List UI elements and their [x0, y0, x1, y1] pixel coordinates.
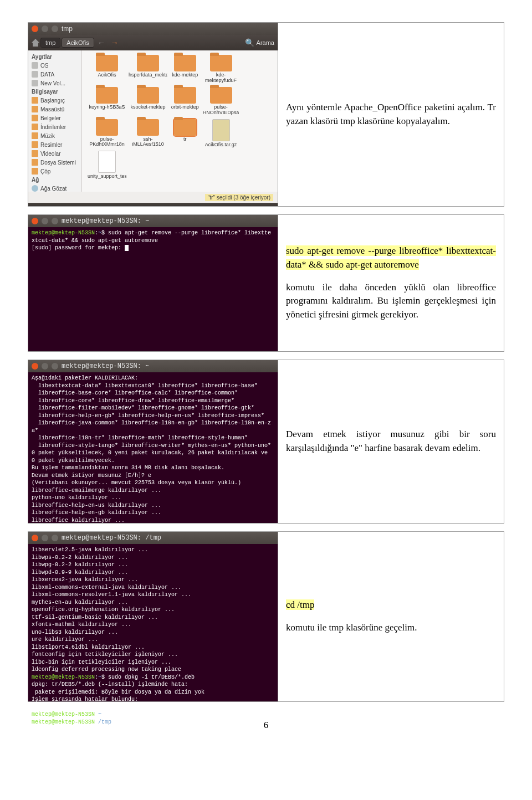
drive-icon: [32, 80, 38, 86]
sidebar-item-label: Ağa Gözat: [40, 186, 66, 192]
maximize-icon[interactable]: [52, 535, 58, 541]
row4-text: komutu ile tmp klasörüne geçelim.: [286, 621, 496, 635]
sidebar-item[interactable]: İndirilenler: [28, 122, 81, 131]
fm-item-label: pulse-PKdhtXMmr18n: [88, 137, 126, 148]
fm-item[interactable]: keyring-hSB3aS: [88, 87, 126, 116]
sidebar-item-label: Masaüstü: [40, 106, 64, 112]
folder-icon: [32, 168, 38, 175]
path-chip-acikofis[interactable]: AcikOfis: [62, 38, 94, 48]
fm-item[interactable]: ksocket-mektep: [129, 87, 167, 116]
section-1: tmp tmp AcikOfis ← → 🔍 Arama Aygıtlar OS…: [28, 22, 504, 207]
row4-command: cd /tmp: [286, 599, 314, 610]
fm-statusbar: "tr" seçildi (3 öğe içeriyor): [28, 192, 278, 203]
search-label: Arama: [257, 39, 274, 46]
sidebar-item-label: İndirilenler: [40, 124, 66, 130]
search-icon[interactable]: 🔍: [245, 38, 254, 47]
sidebar-item[interactable]: Başlangıç: [28, 96, 81, 105]
fm-item[interactable]: hsperfdata_mektep: [129, 55, 167, 84]
folder-icon: [174, 119, 196, 136]
fm-toolbar: tmp AcikOfis ← → 🔍 Arama: [28, 35, 278, 50]
sidebar-item-label: Resimler: [40, 142, 62, 148]
minimize-icon[interactable]: [42, 363, 48, 370]
sidebar-item[interactable]: OS: [28, 61, 81, 70]
sidebar-item-label: Dosya Sistemi: [40, 160, 76, 166]
sidebar-item[interactable]: Masaüstü: [28, 105, 81, 114]
row2-command: sudo apt-get remove --purge libreoffice*…: [286, 245, 496, 270]
fm-item[interactable]: kde-mektep: [170, 55, 201, 84]
sidebar-item[interactable]: Belgeler: [28, 114, 81, 122]
sidebar-item[interactable]: Resimler: [28, 140, 81, 149]
minimize-icon[interactable]: [42, 218, 48, 224]
sidebar-item-label: Başlangıç: [40, 98, 65, 104]
fm-item[interactable]: orbit-mektep: [170, 87, 201, 116]
sidebar-item[interactable]: New Vol...: [28, 79, 81, 88]
folder-icon: [96, 87, 118, 104]
sidebar-item-label: OS: [40, 63, 48, 69]
fm-item[interactable]: ssh-iMLLAesf1510: [129, 119, 167, 148]
sidebar-item[interactable]: Müzik: [28, 131, 81, 140]
term-titlebar: mektep@mektep-N53SN: ~: [28, 215, 278, 227]
fm-item-label: ssh-iMLLAesf1510: [129, 137, 167, 148]
maximize-icon[interactable]: [52, 363, 58, 370]
sidebar-computer-head: Bilgisayar: [28, 88, 81, 96]
drive-icon: [32, 71, 38, 78]
terminal-screenshot-3: mektep@mektep-N53SN: ~ Aşağıdaki paketle…: [28, 360, 278, 523]
close-icon[interactable]: [32, 535, 38, 541]
terminal-screenshot-2: mektep@mektep-N53SN: ~ mektep@mektep-N53…: [28, 215, 278, 351]
folder-icon: [137, 87, 159, 104]
close-icon[interactable]: [32, 363, 38, 370]
fm-item-label: pulse-HNOnhVIEDpsa: [203, 105, 239, 116]
term-body[interactable]: mektep@mektep-N53SN:~$ sudo apt-get remo…: [28, 227, 278, 351]
forward-icon[interactable]: →: [109, 38, 121, 47]
sidebar-item[interactable]: Videolar: [28, 149, 81, 158]
folder-icon: [96, 55, 118, 71]
fm-item-label: AcikOfis.tar.gz: [205, 142, 237, 148]
fm-titlebar: tmp: [28, 23, 278, 35]
sidebar-item[interactable]: Çöp: [28, 167, 81, 176]
fm-item-label: kde-mektepyfuduF: [203, 73, 239, 84]
folder-icon: [174, 55, 196, 71]
sidebar-item[interactable]: Dosya Sistemi: [28, 158, 81, 167]
term-title-text: mektep@mektep-N53SN: ~: [62, 217, 149, 225]
file-icon: [98, 151, 116, 173]
fm-item[interactable]: unity_support_test.0: [88, 151, 126, 180]
maximize-icon[interactable]: [52, 25, 58, 32]
path-chip-tmp[interactable]: tmp: [40, 38, 60, 48]
sidebar-item[interactable]: DATA: [28, 70, 81, 79]
minimize-icon[interactable]: [42, 25, 48, 32]
term-body[interactable]: libservlet2.5-java kaldırılıyor ... libw…: [28, 544, 278, 701]
minimize-icon[interactable]: [42, 535, 48, 541]
close-icon[interactable]: [32, 25, 38, 32]
folder-icon: [210, 55, 232, 71]
folder-icon: [174, 87, 196, 104]
term-titlebar: mektep@mektep-N53SN: /tmp: [28, 532, 278, 544]
fm-item[interactable]: tr: [170, 119, 201, 148]
sidebar-devices-head: Aygıtlar: [28, 53, 81, 61]
sidebar-item-label: Çöp: [40, 168, 50, 175]
fm-item[interactable]: AcikOfis.tar.gz: [203, 119, 239, 148]
fm-sidebar: Aygıtlar OSDATANew Vol... Bilgisayar Baş…: [28, 50, 82, 192]
sidebar-item[interactable]: Ağa Gözat: [28, 184, 81, 193]
fm-item-label: tr: [183, 137, 187, 142]
folder-icon: [32, 106, 38, 112]
maximize-icon[interactable]: [52, 218, 58, 224]
row1-text: Aynı yöntemle Apache_OpenOffice paketini…: [286, 101, 496, 128]
fm-item-label: AcikOfis: [98, 73, 116, 78]
fm-item[interactable]: pulse-HNOnhVIEDpsa: [203, 87, 239, 116]
fm-grid: AcikOfishsperfdata_mektepkde-mektepkde-m…: [82, 50, 278, 192]
sidebar-network-head: Ağ: [28, 176, 81, 184]
fm-item[interactable]: kde-mektepyfuduF: [203, 55, 239, 84]
home-icon[interactable]: [32, 39, 39, 47]
close-icon[interactable]: [32, 218, 38, 224]
fm-item[interactable]: pulse-PKdhtXMmr18n: [88, 119, 126, 148]
folder-icon: [96, 119, 118, 136]
folder-icon: [32, 115, 38, 121]
term-title-text: mektep@mektep-N53SN: ~: [62, 362, 149, 370]
folder-icon: [137, 119, 159, 136]
fm-item[interactable]: AcikOfis: [88, 55, 126, 84]
back-icon[interactable]: ←: [95, 38, 108, 47]
folder-icon: [137, 55, 159, 71]
section-3: mektep@mektep-N53SN: ~ Aşağıdaki paketle…: [28, 360, 504, 524]
row3-text: Devam etmek istiyor musunuz gibi bir sor…: [286, 428, 496, 455]
term-body[interactable]: Aşağıdaki paketler KALDIRILACAK: libextt…: [28, 372, 278, 523]
